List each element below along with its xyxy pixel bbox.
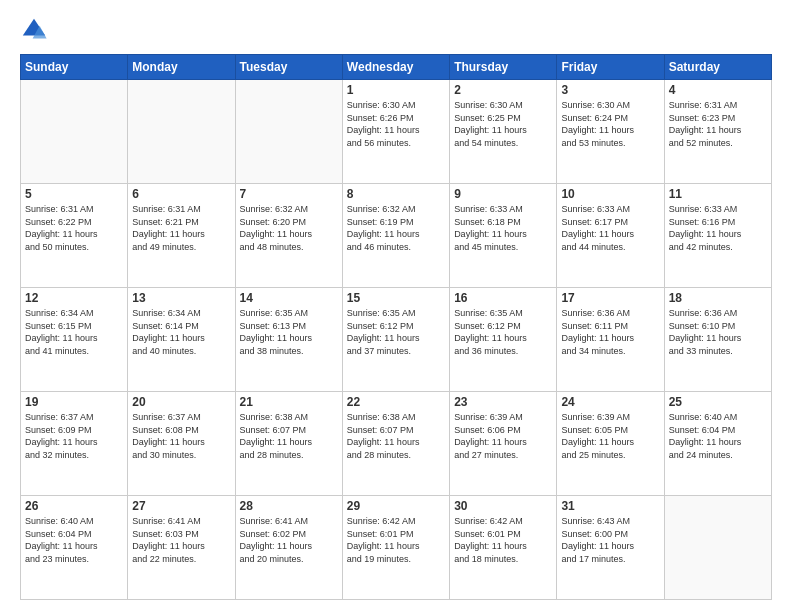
calendar-cell: 13Sunrise: 6:34 AM Sunset: 6:14 PM Dayli… bbox=[128, 288, 235, 392]
calendar-cell: 5Sunrise: 6:31 AM Sunset: 6:22 PM Daylig… bbox=[21, 184, 128, 288]
day-number: 2 bbox=[454, 83, 552, 97]
calendar-cell: 6Sunrise: 6:31 AM Sunset: 6:21 PM Daylig… bbox=[128, 184, 235, 288]
day-info: Sunrise: 6:31 AM Sunset: 6:23 PM Dayligh… bbox=[669, 99, 767, 149]
day-number: 29 bbox=[347, 499, 445, 513]
weekday-header-thursday: Thursday bbox=[450, 55, 557, 80]
day-info: Sunrise: 6:43 AM Sunset: 6:00 PM Dayligh… bbox=[561, 515, 659, 565]
day-number: 20 bbox=[132, 395, 230, 409]
weekday-header-friday: Friday bbox=[557, 55, 664, 80]
day-info: Sunrise: 6:30 AM Sunset: 6:24 PM Dayligh… bbox=[561, 99, 659, 149]
calendar-cell: 7Sunrise: 6:32 AM Sunset: 6:20 PM Daylig… bbox=[235, 184, 342, 288]
day-info: Sunrise: 6:31 AM Sunset: 6:21 PM Dayligh… bbox=[132, 203, 230, 253]
weekday-header-row: SundayMondayTuesdayWednesdayThursdayFrid… bbox=[21, 55, 772, 80]
calendar-cell bbox=[664, 496, 771, 600]
day-number: 11 bbox=[669, 187, 767, 201]
day-number: 17 bbox=[561, 291, 659, 305]
header bbox=[20, 16, 772, 44]
weekday-header-saturday: Saturday bbox=[664, 55, 771, 80]
day-number: 3 bbox=[561, 83, 659, 97]
week-row-3: 19Sunrise: 6:37 AM Sunset: 6:09 PM Dayli… bbox=[21, 392, 772, 496]
day-info: Sunrise: 6:38 AM Sunset: 6:07 PM Dayligh… bbox=[240, 411, 338, 461]
calendar-cell: 25Sunrise: 6:40 AM Sunset: 6:04 PM Dayli… bbox=[664, 392, 771, 496]
day-number: 24 bbox=[561, 395, 659, 409]
day-number: 10 bbox=[561, 187, 659, 201]
calendar-cell bbox=[128, 80, 235, 184]
day-info: Sunrise: 6:36 AM Sunset: 6:10 PM Dayligh… bbox=[669, 307, 767, 357]
week-row-2: 12Sunrise: 6:34 AM Sunset: 6:15 PM Dayli… bbox=[21, 288, 772, 392]
calendar-cell: 19Sunrise: 6:37 AM Sunset: 6:09 PM Dayli… bbox=[21, 392, 128, 496]
calendar-cell: 14Sunrise: 6:35 AM Sunset: 6:13 PM Dayli… bbox=[235, 288, 342, 392]
week-row-1: 5Sunrise: 6:31 AM Sunset: 6:22 PM Daylig… bbox=[21, 184, 772, 288]
day-number: 26 bbox=[25, 499, 123, 513]
day-info: Sunrise: 6:32 AM Sunset: 6:19 PM Dayligh… bbox=[347, 203, 445, 253]
weekday-header-monday: Monday bbox=[128, 55, 235, 80]
week-row-4: 26Sunrise: 6:40 AM Sunset: 6:04 PM Dayli… bbox=[21, 496, 772, 600]
calendar-cell: 30Sunrise: 6:42 AM Sunset: 6:01 PM Dayli… bbox=[450, 496, 557, 600]
calendar-cell: 22Sunrise: 6:38 AM Sunset: 6:07 PM Dayli… bbox=[342, 392, 449, 496]
day-number: 30 bbox=[454, 499, 552, 513]
calendar-cell: 31Sunrise: 6:43 AM Sunset: 6:00 PM Dayli… bbox=[557, 496, 664, 600]
calendar-cell: 20Sunrise: 6:37 AM Sunset: 6:08 PM Dayli… bbox=[128, 392, 235, 496]
day-number: 18 bbox=[669, 291, 767, 305]
day-info: Sunrise: 6:31 AM Sunset: 6:22 PM Dayligh… bbox=[25, 203, 123, 253]
weekday-header-wednesday: Wednesday bbox=[342, 55, 449, 80]
day-number: 1 bbox=[347, 83, 445, 97]
day-number: 22 bbox=[347, 395, 445, 409]
day-info: Sunrise: 6:36 AM Sunset: 6:11 PM Dayligh… bbox=[561, 307, 659, 357]
day-info: Sunrise: 6:42 AM Sunset: 6:01 PM Dayligh… bbox=[347, 515, 445, 565]
weekday-header-tuesday: Tuesday bbox=[235, 55, 342, 80]
day-info: Sunrise: 6:41 AM Sunset: 6:02 PM Dayligh… bbox=[240, 515, 338, 565]
day-number: 8 bbox=[347, 187, 445, 201]
day-info: Sunrise: 6:37 AM Sunset: 6:08 PM Dayligh… bbox=[132, 411, 230, 461]
day-number: 27 bbox=[132, 499, 230, 513]
calendar-cell: 26Sunrise: 6:40 AM Sunset: 6:04 PM Dayli… bbox=[21, 496, 128, 600]
calendar-cell: 11Sunrise: 6:33 AM Sunset: 6:16 PM Dayli… bbox=[664, 184, 771, 288]
day-info: Sunrise: 6:32 AM Sunset: 6:20 PM Dayligh… bbox=[240, 203, 338, 253]
day-info: Sunrise: 6:42 AM Sunset: 6:01 PM Dayligh… bbox=[454, 515, 552, 565]
weekday-header-sunday: Sunday bbox=[21, 55, 128, 80]
calendar-cell: 29Sunrise: 6:42 AM Sunset: 6:01 PM Dayli… bbox=[342, 496, 449, 600]
calendar-cell bbox=[21, 80, 128, 184]
day-info: Sunrise: 6:40 AM Sunset: 6:04 PM Dayligh… bbox=[25, 515, 123, 565]
day-info: Sunrise: 6:33 AM Sunset: 6:16 PM Dayligh… bbox=[669, 203, 767, 253]
calendar-cell bbox=[235, 80, 342, 184]
day-number: 4 bbox=[669, 83, 767, 97]
day-info: Sunrise: 6:30 AM Sunset: 6:26 PM Dayligh… bbox=[347, 99, 445, 149]
day-info: Sunrise: 6:39 AM Sunset: 6:06 PM Dayligh… bbox=[454, 411, 552, 461]
calendar-cell: 12Sunrise: 6:34 AM Sunset: 6:15 PM Dayli… bbox=[21, 288, 128, 392]
day-number: 21 bbox=[240, 395, 338, 409]
day-info: Sunrise: 6:37 AM Sunset: 6:09 PM Dayligh… bbox=[25, 411, 123, 461]
calendar-cell: 17Sunrise: 6:36 AM Sunset: 6:11 PM Dayli… bbox=[557, 288, 664, 392]
day-info: Sunrise: 6:35 AM Sunset: 6:12 PM Dayligh… bbox=[454, 307, 552, 357]
day-number: 16 bbox=[454, 291, 552, 305]
calendar-cell: 10Sunrise: 6:33 AM Sunset: 6:17 PM Dayli… bbox=[557, 184, 664, 288]
day-number: 9 bbox=[454, 187, 552, 201]
day-number: 23 bbox=[454, 395, 552, 409]
day-info: Sunrise: 6:33 AM Sunset: 6:18 PM Dayligh… bbox=[454, 203, 552, 253]
calendar-cell: 21Sunrise: 6:38 AM Sunset: 6:07 PM Dayli… bbox=[235, 392, 342, 496]
day-number: 31 bbox=[561, 499, 659, 513]
day-info: Sunrise: 6:39 AM Sunset: 6:05 PM Dayligh… bbox=[561, 411, 659, 461]
day-info: Sunrise: 6:40 AM Sunset: 6:04 PM Dayligh… bbox=[669, 411, 767, 461]
calendar-cell: 28Sunrise: 6:41 AM Sunset: 6:02 PM Dayli… bbox=[235, 496, 342, 600]
day-info: Sunrise: 6:34 AM Sunset: 6:14 PM Dayligh… bbox=[132, 307, 230, 357]
calendar-cell: 24Sunrise: 6:39 AM Sunset: 6:05 PM Dayli… bbox=[557, 392, 664, 496]
day-number: 13 bbox=[132, 291, 230, 305]
calendar-cell: 8Sunrise: 6:32 AM Sunset: 6:19 PM Daylig… bbox=[342, 184, 449, 288]
page: SundayMondayTuesdayWednesdayThursdayFrid… bbox=[0, 0, 792, 612]
calendar-cell: 2Sunrise: 6:30 AM Sunset: 6:25 PM Daylig… bbox=[450, 80, 557, 184]
calendar-cell: 15Sunrise: 6:35 AM Sunset: 6:12 PM Dayli… bbox=[342, 288, 449, 392]
logo-icon bbox=[20, 16, 48, 44]
calendar-cell: 16Sunrise: 6:35 AM Sunset: 6:12 PM Dayli… bbox=[450, 288, 557, 392]
calendar-table: SundayMondayTuesdayWednesdayThursdayFrid… bbox=[20, 54, 772, 600]
day-info: Sunrise: 6:34 AM Sunset: 6:15 PM Dayligh… bbox=[25, 307, 123, 357]
logo bbox=[20, 16, 52, 44]
day-number: 5 bbox=[25, 187, 123, 201]
calendar-cell: 3Sunrise: 6:30 AM Sunset: 6:24 PM Daylig… bbox=[557, 80, 664, 184]
day-number: 28 bbox=[240, 499, 338, 513]
calendar-cell: 4Sunrise: 6:31 AM Sunset: 6:23 PM Daylig… bbox=[664, 80, 771, 184]
day-number: 12 bbox=[25, 291, 123, 305]
calendar-cell: 18Sunrise: 6:36 AM Sunset: 6:10 PM Dayli… bbox=[664, 288, 771, 392]
day-info: Sunrise: 6:30 AM Sunset: 6:25 PM Dayligh… bbox=[454, 99, 552, 149]
calendar-cell: 23Sunrise: 6:39 AM Sunset: 6:06 PM Dayli… bbox=[450, 392, 557, 496]
